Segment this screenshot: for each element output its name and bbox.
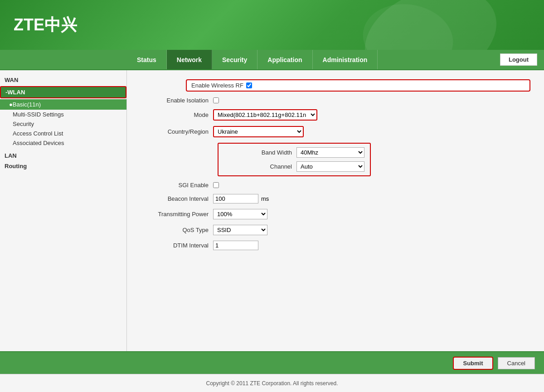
mode-row: Mode Mixed(802.11b+802.11g+802.11n 802.1… — [141, 109, 530, 121]
bandwidth-select[interactable]: 40Mhz 20Mhz — [296, 147, 364, 158]
txpower-label: Transmitting Power — [141, 211, 213, 218]
content-area: Enable Wireless RF Enable Isolation Mode… — [127, 70, 544, 351]
sidebar-routing[interactable]: Routing — [0, 161, 126, 171]
sidebar-basic[interactable]: ●Basic(11n) — [0, 99, 126, 110]
dtim-label: DTIM Interval — [141, 242, 213, 249]
country-control: Ukraine United States Germany France — [213, 126, 304, 137]
footer: Copyright © 2011 ZTE Corporation. All ri… — [0, 374, 544, 392]
sidebar-acl[interactable]: Access Control List — [0, 129, 126, 138]
mode-select[interactable]: Mixed(802.11b+802.11g+802.11n 802.11b on… — [213, 109, 317, 121]
enable-isolation-control — [213, 97, 219, 103]
tab-application[interactable]: Application — [257, 50, 312, 69]
beacon-row: Beacon Interval ms — [141, 194, 530, 203]
sidebar-multi-ssid[interactable]: Multi-SSID Settings — [0, 110, 126, 119]
mode-control: Mixed(802.11b+802.11g+802.11n 802.11b on… — [213, 109, 317, 121]
sgi-control — [213, 182, 219, 188]
sgi-label: SGI Enable — [141, 182, 213, 189]
tab-administration[interactable]: Administration — [313, 50, 378, 69]
header: ZTE中兴 — [0, 0, 544, 50]
sgi-row: SGI Enable — [141, 182, 530, 189]
sidebar: WAN -WLAN ●Basic(11n) Multi-SSID Setting… — [0, 70, 127, 351]
tab-status[interactable]: Status — [127, 50, 167, 69]
enable-isolation-row: Enable Isolation — [141, 97, 530, 104]
channel-control: Auto 1234 5678 910111213 — [296, 161, 364, 172]
enable-wireless-label: Enable Wireless RF — [191, 82, 243, 89]
txpower-row: Transmitting Power 100% 75% 50% 25% — [141, 209, 530, 219]
beacon-control: ms — [213, 194, 269, 203]
submit-button[interactable]: Submit — [453, 357, 493, 370]
logo: ZTE中兴 — [14, 14, 77, 36]
bandwidth-control: 40Mhz 20Mhz — [296, 147, 364, 158]
enable-wireless-checkbox[interactable] — [246, 82, 252, 88]
logout-button[interactable]: Logout — [500, 53, 537, 66]
beacon-unit: ms — [261, 195, 269, 202]
sidebar-wan: WAN — [0, 75, 126, 85]
dtim-input[interactable] — [213, 241, 258, 250]
dtim-row: DTIM Interval — [141, 241, 530, 250]
country-select[interactable]: Ukraine United States Germany France — [213, 126, 304, 137]
tab-security[interactable]: Security — [212, 50, 257, 69]
qos-label: QoS Type — [141, 227, 213, 233]
beacon-input[interactable] — [213, 194, 258, 203]
beacon-label: Beacon Interval — [141, 195, 213, 202]
bandwidth-row: Band Width 40Mhz 20Mhz — [224, 147, 364, 158]
enable-isolation-label: Enable Isolation — [141, 97, 213, 104]
sgi-checkbox[interactable] — [213, 182, 219, 188]
channel-label: Channel — [224, 163, 296, 170]
sidebar-wlan[interactable]: -WLAN — [0, 86, 126, 98]
tab-network[interactable]: Network — [167, 50, 212, 69]
qos-row: QoS Type SSID WMM — [141, 225, 530, 235]
sidebar-lan[interactable]: LAN — [0, 150, 126, 161]
sidebar-associated[interactable]: Associated Devices — [0, 138, 126, 148]
country-label: Country/Region — [141, 128, 213, 135]
txpower-control: 100% 75% 50% 25% — [213, 209, 267, 219]
channel-row: Channel Auto 1234 5678 910111213 — [224, 161, 364, 172]
main-layout: WAN -WLAN ●Basic(11n) Multi-SSID Setting… — [0, 70, 544, 351]
sidebar-security[interactable]: Security — [0, 119, 126, 129]
navbar: Status Network Security Application Admi… — [0, 50, 544, 70]
bottom-bar: Submit Cancel — [0, 351, 544, 374]
copyright-text: Copyright © 2011 ZTE Corporation. All ri… — [206, 380, 338, 387]
mode-label: Mode — [141, 111, 213, 118]
qos-control: SSID WMM — [213, 225, 267, 235]
enable-wireless-row: Enable Wireless RF — [186, 79, 530, 92]
enable-isolation-checkbox[interactable] — [213, 97, 219, 103]
logout-area: Logout — [500, 50, 544, 69]
channel-select[interactable]: Auto 1234 5678 910111213 — [296, 161, 364, 172]
bandwidth-label: Band Width — [224, 149, 296, 156]
txpower-select[interactable]: 100% 75% 50% 25% — [213, 209, 267, 219]
dtim-control — [213, 241, 258, 250]
country-row: Country/Region Ukraine United States Ger… — [141, 126, 530, 137]
qos-select[interactable]: SSID WMM — [213, 225, 267, 235]
cancel-button[interactable]: Cancel — [498, 357, 535, 369]
